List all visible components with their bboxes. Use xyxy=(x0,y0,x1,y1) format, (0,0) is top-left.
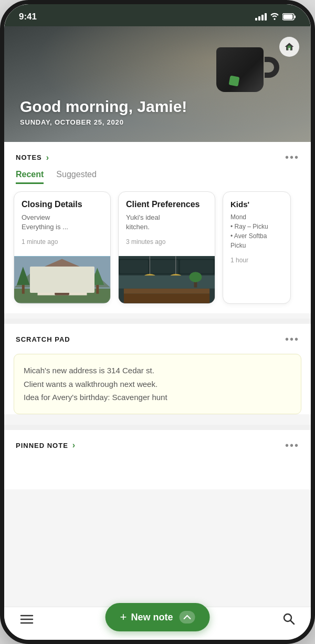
svg-point-30 xyxy=(190,272,202,282)
scratch-line-1: Micah's new address is 314 Cedar st. xyxy=(24,364,291,377)
scratch-line-3: Idea for Avery's birthday: Scavenger hun… xyxy=(24,391,291,404)
scratch-pad-content[interactable]: Micah's new address is 314 Cedar st. Cli… xyxy=(14,354,301,414)
scratch-pad-title: SCRATCH PAD xyxy=(16,335,70,343)
note-title-closing: Closing Details xyxy=(22,199,103,210)
note-time-client: 3 minutes ago xyxy=(126,238,207,246)
note-preview-client: Yuki's ideal kitchen. xyxy=(126,213,207,232)
pinned-note-header: PINNED NOTE › ••• xyxy=(4,430,311,458)
svg-rect-21 xyxy=(180,260,214,274)
note-title-client: Client Preferences xyxy=(126,199,207,210)
hero-date: SUNDAY, OCTOBER 25, 2020 xyxy=(20,118,187,126)
pinned-note-more-button[interactable]: ••• xyxy=(285,439,299,452)
scratch-pad-more-button[interactable]: ••• xyxy=(285,333,299,345)
new-note-plus-icon: + xyxy=(120,610,127,624)
notes-header: NOTES › ••• xyxy=(4,142,311,170)
svg-rect-15 xyxy=(96,283,99,294)
tab-suggested[interactable]: Suggested xyxy=(56,170,97,184)
notes-title: NOTES xyxy=(16,154,42,161)
svg-rect-19 xyxy=(120,260,148,274)
note-card-closing-details[interactable]: Closing Details Overview Everything is .… xyxy=(14,191,111,304)
svg-rect-11 xyxy=(40,274,50,283)
notes-section: NOTES › ••• Recent Suggested xyxy=(4,142,311,313)
note-preview-closing: Overview Everything is ... xyxy=(22,213,103,232)
divider-2 xyxy=(4,425,311,430)
note-image-house xyxy=(14,256,110,303)
scratch-pad-title-row: SCRATCH PAD xyxy=(16,335,70,343)
svg-rect-27 xyxy=(124,294,209,303)
new-note-button[interactable]: + New note xyxy=(106,603,210,631)
status-icons xyxy=(255,13,296,22)
status-bar: 9:41 xyxy=(4,4,311,26)
note-preview-kids: Mond • Ray – Picku • Aver Softba Picku xyxy=(230,212,283,250)
svg-rect-2 xyxy=(295,16,296,18)
note-title-kids: Kids' xyxy=(230,199,283,210)
bottom-bar: + New note xyxy=(4,607,311,640)
scratch-pad-header: SCRATCH PAD ••• xyxy=(4,324,311,352)
notes-more-button[interactable]: ••• xyxy=(285,151,299,163)
svg-rect-26 xyxy=(124,289,209,294)
note-card-client-preferences[interactable]: Client Preferences Yuki's ideal kitchen.… xyxy=(118,191,215,304)
pinned-note-title: PINNED NOTE xyxy=(16,442,68,449)
svg-rect-1 xyxy=(284,15,293,19)
svg-rect-7 xyxy=(14,289,110,303)
status-time: 9:41 xyxy=(19,12,37,22)
wifi-icon xyxy=(270,13,279,22)
svg-line-35 xyxy=(291,621,295,625)
new-note-label: New note xyxy=(131,612,173,623)
hero-text: Good morning, Jamie! SUNDAY, OCTOBER 25,… xyxy=(20,98,187,126)
divider-1 xyxy=(4,319,311,324)
pinned-note-placeholder xyxy=(4,458,311,489)
notes-tabs: Recent Suggested xyxy=(4,170,311,184)
note-image-kitchen xyxy=(119,256,215,303)
notes-arrow-icon[interactable]: › xyxy=(46,153,49,162)
main-content: NOTES › ••• Recent Suggested xyxy=(4,142,311,607)
tab-recent[interactable]: Recent xyxy=(16,170,44,184)
hero-greeting: Good morning, Jamie! xyxy=(20,98,187,116)
svg-marker-5 xyxy=(40,267,92,288)
svg-rect-12 xyxy=(74,274,85,283)
battery-icon xyxy=(282,13,296,21)
scratch-pad-section: SCRATCH PAD ••• Micah's new address is 3… xyxy=(4,324,311,414)
home-icon[interactable] xyxy=(279,37,299,57)
chevron-up-icon[interactable] xyxy=(179,611,195,623)
pinned-note-section: PINNED NOTE › ••• xyxy=(4,430,311,489)
note-time-kids: 1 hour xyxy=(230,257,283,264)
signal-icon xyxy=(255,13,267,21)
hero-section: Good morning, Jamie! SUNDAY, OCTOBER 25,… xyxy=(4,26,311,142)
svg-rect-10 xyxy=(55,282,69,295)
pinned-note-arrow-icon[interactable]: › xyxy=(72,441,75,450)
notes-cards-scroll[interactable]: Closing Details Overview Everything is .… xyxy=(4,191,311,313)
notes-title-row: NOTES › xyxy=(16,153,49,162)
svg-rect-13 xyxy=(22,283,25,294)
note-time-closing: 1 minute ago xyxy=(22,238,103,246)
svg-rect-8 xyxy=(38,272,87,295)
svg-rect-20 xyxy=(150,260,178,274)
scratch-line-2: Client wants a walkthrough next week. xyxy=(24,377,291,391)
menu-icon[interactable] xyxy=(20,613,34,628)
hero-mug xyxy=(211,42,279,105)
note-card-kids[interactable]: Kids' Mond • Ray – Picku • Aver Softba P… xyxy=(223,191,291,304)
search-icon[interactable] xyxy=(282,612,295,628)
pinned-note-title-row: PINNED NOTE › xyxy=(16,441,75,450)
